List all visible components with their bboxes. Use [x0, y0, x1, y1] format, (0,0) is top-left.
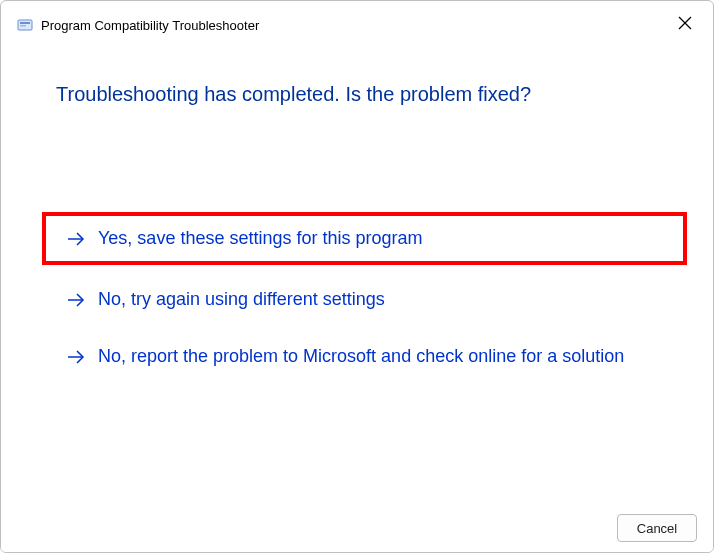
option-label: Yes, save these settings for this progra… [98, 228, 423, 249]
footer: Cancel [1, 504, 713, 552]
content-area: Troubleshooting has completed. Is the pr… [1, 33, 713, 375]
close-button[interactable] [671, 9, 699, 37]
option-label: No, try again using different settings [98, 289, 385, 310]
option-no-try-again[interactable]: No, try again using different settings [56, 281, 673, 318]
option-yes-save-settings[interactable]: Yes, save these settings for this progra… [42, 212, 687, 265]
cancel-button[interactable]: Cancel [617, 514, 697, 542]
window-header: Program Compatibility Troubleshooter [1, 1, 713, 33]
window-title: Program Compatibility Troubleshooter [41, 18, 259, 33]
option-no-report-microsoft[interactable]: No, report the problem to Microsoft and … [56, 338, 673, 375]
option-label: No, report the problem to Microsoft and … [98, 346, 624, 367]
troubleshooter-icon [17, 17, 33, 33]
options-list: Yes, save these settings for this progra… [56, 216, 673, 375]
arrow-right-icon [66, 290, 86, 310]
page-heading: Troubleshooting has completed. Is the pr… [56, 83, 673, 106]
close-icon [678, 16, 692, 30]
svg-rect-3 [20, 22, 30, 24]
arrow-right-icon [66, 347, 86, 367]
arrow-right-icon [66, 229, 86, 249]
svg-rect-4 [20, 25, 26, 27]
